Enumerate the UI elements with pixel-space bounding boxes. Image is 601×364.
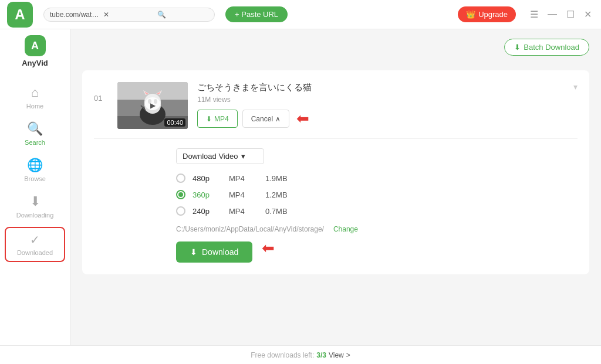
url-text: tube.com/watch?v=oq20w95OlSY: [50, 11, 101, 19]
sidebar-logo: A AnyVid: [22, 35, 48, 67]
video-number: 01: [94, 82, 108, 103]
res-480p: 480p: [193, 174, 222, 183]
download-small-icon: ⬇: [206, 115, 212, 123]
fmt-360p: MP4: [229, 190, 258, 199]
download-row: ⬇ Download ⬅: [176, 233, 578, 263]
size-360p: 1.2MB: [265, 190, 288, 199]
sidebar-item-downloading[interactable]: ⬇ Downloading: [0, 188, 70, 224]
radio-240p[interactable]: [176, 206, 185, 216]
sidebar-item-search[interactable]: 🔍 Search: [0, 115, 70, 152]
quality-list: 480p MP4 1.9MB 360p MP4 1.2MB: [176, 170, 578, 219]
format-dropdown: Download Video ▾: [176, 148, 578, 164]
quality-item-360p[interactable]: 360p MP4 1.2MB: [176, 186, 578, 203]
app-logo: A: [7, 2, 33, 28]
video-row: 01: [94, 82, 578, 129]
download-icon: ⬇: [514, 43, 521, 52]
paste-url-button[interactable]: + Paste URL: [225, 6, 288, 22]
home-label: Home: [26, 103, 43, 110]
upgrade-button[interactable]: 👑 Upgrade: [458, 6, 516, 22]
size-240p: 0.7MB: [265, 207, 288, 216]
storage-row: C:/Users/moniz/AppData/Local/AnyVid/stor…: [176, 225, 578, 233]
browse-label: Browse: [24, 175, 46, 182]
arrow-annotation-1: ⬅: [296, 110, 309, 128]
search-icon[interactable]: 🔍: [157, 11, 208, 19]
radio-360p[interactable]: [176, 190, 185, 199]
quality-item-240p[interactable]: 240p MP4 0.7MB: [176, 203, 578, 219]
download-options: Download Video ▾ 480p MP4 1.9MB: [94, 138, 578, 263]
search-nav-icon: 🔍: [27, 121, 43, 137]
downloaded-icon: ✓: [30, 233, 40, 247]
size-480p: 1.9MB: [265, 174, 288, 183]
storage-path: C:/Users/moniz/AppData/Local/AnyVid/stor…: [176, 225, 324, 233]
footer-arrow: >: [346, 351, 350, 359]
downloaded-label: Downloaded: [17, 249, 53, 256]
format-select[interactable]: Download Video ▾: [176, 148, 264, 164]
batch-download-button[interactable]: ⬇ Batch Download: [504, 39, 589, 56]
download-button[interactable]: ⬇ Download: [176, 241, 252, 263]
home-icon: ⌂: [31, 85, 39, 100]
sidebar-item-downloaded[interactable]: ✓ Downloaded: [5, 227, 65, 262]
video-actions: ⬇ MP4 Cancel ∧ ⬅: [197, 110, 578, 128]
card-chevron-icon[interactable]: ▾: [573, 82, 578, 91]
change-link[interactable]: Change: [333, 225, 358, 233]
sidebar-item-browse[interactable]: 🌐 Browse: [0, 152, 70, 188]
res-240p: 240p: [193, 207, 222, 216]
dropdown-arrow-icon: ▾: [241, 152, 245, 161]
fmt-240p: MP4: [229, 207, 258, 216]
content-area: ⬇ Batch Download ▾ 01: [70, 29, 601, 345]
chevron-up-icon: ∧: [275, 115, 281, 123]
app-name-label: AnyVid: [22, 59, 48, 67]
minimize-icon[interactable]: —: [545, 8, 559, 21]
browse-icon: 🌐: [27, 158, 43, 173]
download-btn-icon: ⬇: [190, 247, 197, 257]
video-title: ごちそうきまを言いにくる猫: [197, 82, 578, 93]
close-icon[interactable]: ✕: [582, 8, 594, 21]
title-bar: A tube.com/watch?v=oq20w95OlSY ✕ 🔍 + Pas…: [0, 0, 601, 29]
footer-count: 3/3: [316, 351, 326, 359]
video-thumbnail: 00:40 ▶: [117, 82, 188, 129]
downloading-icon: ⬇: [30, 194, 40, 209]
quality-item-480p[interactable]: 480p MP4 1.9MB: [176, 170, 578, 186]
footer-view-link[interactable]: View: [329, 351, 344, 359]
crown-icon: 👑: [466, 10, 475, 19]
footer-prefix: Free downloads left:: [251, 351, 314, 359]
radio-480p[interactable]: [176, 174, 185, 183]
video-views: 11M views: [197, 96, 578, 104]
res-360p: 360p: [193, 190, 222, 199]
cancel-button[interactable]: Cancel ∧: [242, 110, 289, 128]
footer: Free downloads left: 3/3 View >: [0, 345, 601, 364]
arrow-annotation-2: ⬅: [262, 239, 275, 257]
video-info: ごちそうきまを言いにくる猫 11M views ⬇ MP4 Cancel ∧ ⬅: [197, 82, 578, 128]
video-duration: 00:40: [164, 118, 185, 127]
downloading-label: Downloading: [16, 212, 54, 219]
batch-download-bar: ⬇ Batch Download: [504, 39, 589, 56]
url-bar[interactable]: tube.com/watch?v=oq20w95OlSY ✕ 🔍: [43, 8, 215, 22]
tools-icon[interactable]: ☰: [528, 8, 541, 21]
video-card: ▾ 01: [82, 70, 589, 274]
window-controls: ☰ — ☐ ✕: [528, 8, 594, 21]
play-button[interactable]: ▶: [144, 97, 161, 114]
sidebar: A AnyVid ⌂ Home 🔍 Search 🌐 Browse ⬇ Down…: [0, 29, 70, 345]
sidebar-item-home[interactable]: ⌂ Home: [0, 79, 70, 115]
mp4-button[interactable]: ⬇ MP4: [197, 110, 238, 128]
main-layout: A AnyVid ⌂ Home 🔍 Search 🌐 Browse ⬇ Down…: [0, 29, 601, 345]
maximize-icon[interactable]: ☐: [564, 8, 577, 21]
search-label: Search: [25, 139, 45, 146]
fmt-480p: MP4: [229, 174, 258, 183]
sidebar-logo-box: A: [25, 35, 46, 56]
url-close-icon[interactable]: ✕: [101, 11, 157, 19]
